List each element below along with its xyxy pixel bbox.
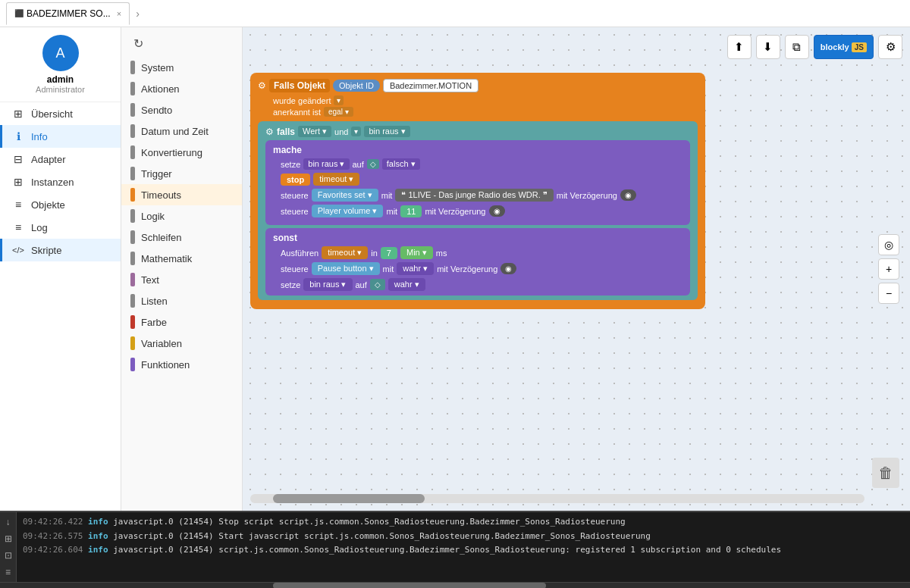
block-farbe[interactable]: Farbe [121, 311, 242, 333]
egal-dropdown[interactable]: egal ▾ [324, 107, 353, 117]
timeout-dropdown[interactable]: timeout ▾ [313, 173, 359, 186]
bin-raus3-dropdown[interactable]: bin raus ▾ [303, 278, 352, 291]
verz1-toggle[interactable]: ◉ [620, 189, 636, 201]
js-label: JS [852, 42, 867, 52]
min-dropdown[interactable]: Min ▾ [400, 246, 433, 259]
block-funktionen[interactable]: Funktionen [121, 354, 242, 375]
plus-icon: + [886, 263, 892, 275]
zoom-in-button[interactable]: + [878, 258, 899, 280]
log-content: 09:42:26.422 info javascript.0 (21454) S… [17, 512, 910, 582]
refresh-button[interactable]: ↻ [127, 33, 149, 54]
tab-chevron-icon[interactable]: › [136, 8, 140, 20]
block-variablen[interactable]: Variablen [121, 333, 242, 354]
bin-raus-dropdown[interactable]: bin raus ▾ [364, 126, 410, 137]
import-button[interactable]: ⬇ [756, 35, 780, 59]
zoom-controls: ◎ + − [878, 234, 899, 304]
block-color-trigger [130, 167, 135, 180]
block-listen[interactable]: Listen [121, 290, 242, 311]
log-level-2: info [88, 531, 113, 541]
sidebar-item-skripte[interactable]: </> Skripte [0, 239, 121, 261]
trash-button[interactable]: 🗑 [872, 458, 899, 488]
pause-dropdown[interactable]: Pause button ▾ [312, 262, 380, 275]
sidebar-item-adapter[interactable]: ⊟ Adapter [0, 148, 121, 170]
block-trigger[interactable]: Trigger [121, 163, 242, 184]
export-button[interactable]: ⬆ [727, 35, 752, 59]
block-label: System [141, 62, 174, 74]
block-text[interactable]: Text [121, 269, 242, 290]
stop-label[interactable]: stop [281, 174, 310, 186]
sidebar-item-label: Objekte [31, 199, 65, 211]
mache-block[interactable]: mache setze bin raus ▾ auf ◇ falsch ▾ st… [265, 140, 690, 225]
block-system[interactable]: System [121, 57, 242, 78]
falsch-dropdown[interactable]: falsch ▾ [382, 158, 420, 170]
verz3-toggle[interactable]: ◉ [500, 263, 516, 274]
block-logik[interactable]: Logik [121, 205, 242, 227]
sidebar-item-info[interactable]: ℹ Info [0, 125, 121, 148]
anerkannt-label: anerkannt ist [273, 108, 321, 117]
block-label: Sendto [141, 105, 172, 116]
zoom-target-button[interactable]: ◎ [878, 234, 899, 255]
objekt-id-value[interactable]: Badezimmer.MOTION [383, 79, 479, 92]
log-filter-icon[interactable]: ⊞ [5, 533, 12, 544]
log-arrow-down-icon[interactable]: ↓ [6, 517, 11, 527]
und-dropdown[interactable]: ▾ [351, 127, 361, 136]
wahr2-dropdown[interactable]: wahr ▾ [388, 278, 425, 291]
active-tab[interactable]: ⬛ BADEZIMMER SO... × [6, 2, 130, 25]
sidebar-item-log[interactable]: ≡ Log [0, 216, 121, 239]
scrollbar-thumb[interactable] [273, 494, 425, 503]
settings-icon: ⚙ [886, 40, 896, 54]
block-timeouts[interactable]: Timeouts [121, 184, 242, 205]
bottom-scrollbar-thumb[interactable] [273, 583, 546, 588]
block-label: Datum und Zeit [141, 126, 209, 137]
screenshot-icon: ⧉ [792, 40, 801, 54]
settings-button[interactable]: ⚙ [878, 35, 902, 59]
trash-icon: 🗑 [878, 464, 893, 482]
falls-inner-label: falls [277, 127, 295, 137]
sidebar-item-label: Instanzen [31, 177, 74, 188]
sidebar-item-ubersicht[interactable]: ⊞ Übersicht [0, 102, 121, 125]
bin-raus2-dropdown[interactable]: bin raus ▾ [303, 158, 349, 170]
block-datum[interactable]: Datum und Zeit [121, 120, 242, 142]
block-konvertierung[interactable]: Konvertierung [121, 142, 242, 163]
vol-value-block[interactable]: 11 [400, 205, 422, 217]
block-aktionen[interactable]: Aktionen [121, 78, 242, 99]
time-value-block[interactable]: 7 [381, 247, 397, 259]
verz2-toggle[interactable]: ◉ [489, 205, 505, 217]
block-label: Farbe [141, 317, 167, 328]
setze-label: setze [281, 160, 300, 169]
canvas-area[interactable]: ⬆ ⬇ ⧉ blockly JS ⚙ ⚙ Falls Objekt [243, 27, 910, 511]
tab-close-btn[interactable]: × [117, 9, 121, 18]
gear-icon: ⚙ [258, 80, 266, 91]
block-mathematik[interactable]: Mathematik [121, 248, 242, 269]
bottom-scrollbar[interactable] [0, 582, 910, 588]
screenshot-button[interactable]: ⧉ [785, 35, 809, 59]
tab-label: BADEZIMMER SO... [27, 8, 111, 19]
player-vol-dropdown[interactable]: Player volume ▾ [312, 205, 384, 217]
log-copy-icon[interactable]: ⊡ [5, 550, 12, 561]
horizontal-scrollbar[interactable] [250, 494, 864, 503]
block-color-variablen [130, 336, 135, 350]
blockly-button[interactable]: blockly JS [814, 35, 874, 59]
sidebar-item-instanzen[interactable]: ⊞ Instanzen [0, 170, 121, 193]
block-schleifen[interactable]: Schleifen [121, 227, 242, 248]
radio-text-block[interactable]: ❝ 1LIVE - Das junge Radio des WDR. ❞ [395, 189, 553, 202]
falls-objekt-block[interactable]: ⚙ Falls Objekt Objekt ID Badezimmer.MOTI… [250, 73, 705, 309]
log-text-3: javascript.0 (21454) script.js.common.So… [113, 545, 781, 555]
mit-verz1-label: mit Verzögerung [557, 191, 617, 200]
adapter-icon: ⊟ [11, 152, 25, 166]
user-role: Administrator [9, 85, 111, 94]
wurde-dropdown[interactable]: ▾ [334, 95, 344, 105]
wert-dropdown[interactable]: Wert ▾ [298, 126, 331, 137]
sidebar-item-label: Adapter [31, 154, 66, 165]
log-list-icon[interactable]: ≡ [5, 567, 11, 577]
sonst-block[interactable]: sonst Ausführen timeout ▾ in 7 Min ▾ ms [265, 228, 690, 296]
setze-connector: ◇ [367, 159, 379, 169]
sonst-label: sonst [273, 233, 682, 243]
timeout2-dropdown[interactable]: timeout ▾ [322, 246, 368, 259]
wahr1-dropdown[interactable]: wahr ▾ [397, 262, 434, 275]
falls-inner-block[interactable]: ⚙ falls Wert ▾ und ▾ bin raus ▾ mache se… [258, 121, 698, 300]
favorites-dropdown[interactable]: Favorites set ▾ [312, 189, 378, 202]
block-sendto[interactable]: Sendto [121, 99, 242, 120]
zoom-out-button[interactable]: − [878, 283, 899, 304]
sidebar-item-objekte[interactable]: ≡ Objekte [0, 193, 121, 216]
